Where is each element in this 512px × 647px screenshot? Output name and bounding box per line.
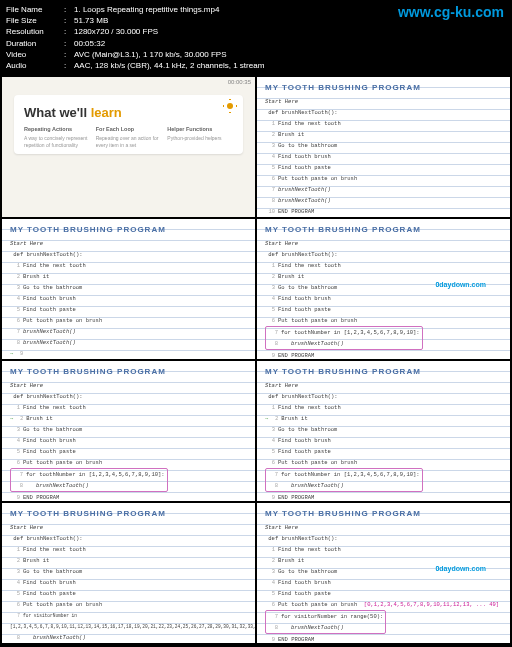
thumb-2: 00:02:01 MY TOOTH BRUSHING PROGRAM Start… (257, 77, 510, 217)
overlay-text: 0daydown.com (435, 281, 486, 288)
paper-title: MY TOOTH BRUSHING PROGRAM (265, 367, 502, 376)
slide-col-2: For Each LoopRepeating over an action fo… (96, 126, 162, 148)
thumb-5: 00:03:19 MY TOOTH BRUSHING PROGRAM Start… (2, 361, 255, 501)
paper-title: MY TOOTH BRUSHING PROGRAM (265, 509, 502, 518)
paper-title: MY TOOTH BRUSHING PROGRAM (10, 367, 247, 376)
thumb-7: 00:04:55 MY TOOTH BRUSHING PROGRAM Start… (2, 503, 255, 643)
label-duration: Duration (6, 38, 64, 49)
thumb-8: 00:05:21 MY TOOTH BRUSHING PROGRAM Start… (257, 503, 510, 643)
watermark: www.cg-ku.com (398, 4, 504, 20)
value-audio: AAC, 128 kb/s (CBR), 44.1 kHz, 2 channel… (74, 60, 506, 71)
paper-title: MY TOOTH BRUSHING PROGRAM (10, 225, 247, 234)
label-resolution: Resolution (6, 26, 64, 37)
sun-icon (223, 99, 237, 113)
value-duration: 00:05:32 (74, 38, 506, 49)
thumb-4: 00:02:53 MY TOOTH BRUSHING PROGRAM Start… (257, 219, 510, 359)
highlight-box: 7for visitorNumber in range(50):8 brushN… (265, 610, 386, 634)
slide-card: What we'll learn Repeating ActionsA way … (14, 95, 243, 154)
value-video: AVC (Main@L3.1), 1 170 kb/s, 30.000 FPS (74, 49, 506, 60)
thumb-1: 00:00:35 What we'll learn Repeating Acti… (2, 77, 255, 217)
highlight-box: 7for toothNumber in [1,2,3,4,5,6,7,8,9,1… (265, 468, 423, 492)
annotation: [0,1,2,3,4,5,6,7,8,9,10,11,12,13, ... 49… (364, 601, 499, 608)
paper-title: MY TOOTH BRUSHING PROGRAM (265, 83, 502, 92)
highlight-box: 7for toothNumber in [1,2,3,4,5,6,7,8,9,1… (265, 326, 423, 350)
thumbnail-grid: 00:00:35 What we'll learn Repeating Acti… (0, 75, 512, 645)
thumb-3: 00:02:27 MY TOOTH BRUSHING PROGRAM Start… (2, 219, 255, 359)
code-block: Start Here def brushNextTooth(): 1Find t… (10, 238, 247, 359)
code-block: Start Here def brushNextTooth(): 1Find t… (10, 522, 247, 643)
label-audio: Audio (6, 60, 64, 71)
paper-title: MY TOOTH BRUSHING PROGRAM (10, 509, 247, 518)
overlay-text: 0daydown.com (435, 565, 486, 572)
label-filename: File Name (6, 4, 64, 15)
label-filesize: File Size (6, 15, 64, 26)
thumb-6: 00:03:45 MY TOOTH BRUSHING PROGRAM Start… (257, 361, 510, 501)
code-block: Start Here def brushNextTooth(): 1Find t… (10, 380, 247, 501)
slide-col-3: Helper FunctionsPython-provided helpers (167, 126, 233, 148)
timestamp: 00:00:35 (228, 79, 251, 85)
slide-title: What we'll learn (24, 105, 233, 120)
label-video: Video (6, 49, 64, 60)
highlight-box: 7for toothNumber in [1,2,3,4,5,6,7,8,9,1… (10, 468, 168, 492)
value-resolution: 1280x720 / 30.000 FPS (74, 26, 506, 37)
code-block: Start Here def brushNextTooth(): 1Find t… (265, 380, 502, 501)
code-block: Start Here def brushNextTooth(): 1Find t… (265, 96, 502, 217)
code-block: Start Here def brushNextTooth(): 1Find t… (265, 522, 502, 643)
code-block: Start Here def brushNextTooth(): 1Find t… (265, 238, 502, 359)
paper-title: MY TOOTH BRUSHING PROGRAM (265, 225, 502, 234)
slide-col-1: Repeating ActionsA way to concisely repr… (24, 126, 90, 148)
